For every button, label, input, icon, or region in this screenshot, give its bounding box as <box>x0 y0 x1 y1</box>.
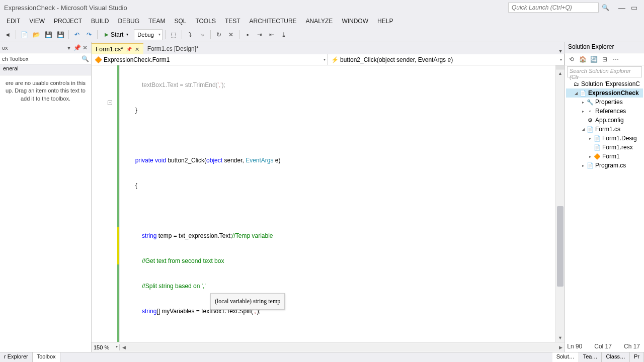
bottom-tab-server-explorer[interactable]: r Explorer <box>0 352 33 362</box>
solution-toolbar: ⟲ 🏠 🔄 ⊟ ⋯ <box>565 53 644 65</box>
solution-explorer: Solution Explorer ⟲ 🏠 🔄 ⊟ ⋯ Search Solut… <box>565 42 644 352</box>
menu-project[interactable]: PROJECT <box>49 16 87 26</box>
tb-3[interactable]: ↻ <box>213 29 224 40</box>
zoom-dropdown[interactable]: 150 % <box>92 344 120 350</box>
play-icon: ▶ <box>105 32 109 37</box>
back-button[interactable]: ◄ <box>2 29 13 40</box>
menu-test[interactable]: TEST <box>220 16 245 26</box>
status-col: Col 17 <box>594 343 612 350</box>
start-button[interactable]: ▶ Start ▾ <box>100 29 133 40</box>
step-over-button[interactable]: ⤵ <box>185 29 196 40</box>
tab-pin-icon[interactable]: 📌 <box>126 47 132 52</box>
tb-6[interactable]: ⇥ <box>254 29 265 40</box>
gutter: − <box>92 65 120 342</box>
toolbox-title: ox <box>2 45 65 51</box>
menu-debug[interactable]: DEBUG <box>113 16 144 26</box>
menu-help[interactable]: HELP <box>373 16 397 26</box>
se-more-icon[interactable]: ⋯ <box>611 55 620 64</box>
tree-node[interactable]: 📄Form1.resx <box>566 143 643 152</box>
toolbox-dd-icon[interactable]: ▾ <box>65 44 73 51</box>
refresh-icon[interactable]: 🔄 <box>589 55 598 64</box>
menu-architecture[interactable]: ARCHITECTURE <box>245 16 301 26</box>
save-button[interactable]: 💾 <box>43 29 54 40</box>
bottom-tab-toolbox[interactable]: Toolbox <box>33 352 60 362</box>
new-button[interactable]: 📄 <box>19 29 30 40</box>
tree-node[interactable]: ▸📄Program.cs <box>566 161 643 170</box>
config-dropdown[interactable]: Debug <box>134 29 162 40</box>
bottom-tab-class[interactable]: Class… <box>602 352 630 362</box>
toolbar: ◄ 📄 📂 💾 💾 ↶ ↷ ▶ Start ▾ Debug ⬚ ⤵ ⤷ ↻ ✕ … <box>0 27 644 42</box>
tree-node[interactable]: ▸🔶Form1 <box>566 152 643 161</box>
scroll-up-icon[interactable]: ▲ <box>556 69 565 77</box>
tab-form1-cs[interactable]: Form1.cs* 📌 ✕ <box>92 43 143 54</box>
scroll-left-icon[interactable]: ◀ <box>120 343 128 351</box>
minimize-button[interactable]: — <box>616 3 628 13</box>
solution-tree[interactable]: 🗂Solution 'ExpressionC◢📄ExpressionCheck▸… <box>565 78 644 352</box>
search-icon[interactable]: 🔍 <box>81 55 89 62</box>
title-bar: ExpressionCheck - Microsoft Visual Studi… <box>0 0 644 15</box>
pin-icon[interactable]: 📌 <box>73 44 81 51</box>
fold-toggle[interactable]: − <box>108 101 112 105</box>
solution-search[interactable]: Search Solution Explorer (Ctr <box>567 66 642 77</box>
save-all-button[interactable]: 💾 <box>55 29 66 40</box>
toolbox-category[interactable]: eneral <box>0 64 91 75</box>
window-title: ExpressionCheck - Microsoft Visual Studi… <box>4 4 508 12</box>
menu-edit[interactable]: EDIT <box>2 16 25 26</box>
bottom-tab-team[interactable]: Tea… <box>579 352 602 362</box>
tb-8[interactable]: ⤓ <box>278 29 289 40</box>
class-dropdown[interactable]: 🔶 ExpressionCheck.Form1 <box>92 54 328 65</box>
toolbox-panel: ox ▾ 📌 ✕ ch Toolbox 🔍 eneral ere are no … <box>0 42 92 352</box>
tree-node[interactable]: ▸📄Form1.Desig <box>566 134 643 143</box>
bottom-tab-solution[interactable]: Solut… <box>552 352 579 362</box>
tree-node[interactable]: ▸🔧Properties <box>566 98 643 107</box>
scroll-thumb[interactable] <box>557 206 564 287</box>
tree-node[interactable]: ⚙App.config <box>566 116 643 125</box>
menu-window[interactable]: WINDOW <box>337 16 373 26</box>
solution-explorer-title: Solution Explorer <box>565 42 644 53</box>
editor-tabs: Form1.cs* 📌 ✕ Form1.cs [Design]* ▾ <box>92 42 565 54</box>
menu-tools[interactable]: TOOLS <box>191 16 220 26</box>
menu-build[interactable]: BUILD <box>87 16 113 26</box>
nav-bar: 🔶 ExpressionCheck.Form1 ⚡ button2_Click(… <box>92 54 565 65</box>
lightning-icon: ⚡ <box>331 56 338 63</box>
quick-launch-input[interactable] <box>508 3 599 13</box>
search-icon[interactable]: 🔍 <box>602 4 610 11</box>
tb-1[interactable]: ⬚ <box>168 29 179 40</box>
redo-button[interactable]: ↷ <box>84 29 95 40</box>
code-editor: Form1.cs* 📌 ✕ Form1.cs [Design]* ▾ 🔶 Exp… <box>92 42 565 352</box>
menu-bar: EDIT VIEW PROJECT BUILD DEBUG TEAM SQL T… <box>0 15 644 27</box>
tb-4[interactable]: ✕ <box>225 29 236 40</box>
step-into-button[interactable]: ⤷ <box>197 29 208 40</box>
toolbox-empty-message: ere are no usable controls in this up. D… <box>0 75 91 107</box>
undo-button[interactable]: ↶ <box>71 29 83 40</box>
tabs-dropdown[interactable]: ▾ <box>556 47 565 54</box>
home-icon[interactable]: ⟲ <box>567 55 576 64</box>
tb-7[interactable]: ⇤ <box>266 29 277 40</box>
method-dropdown[interactable]: ⚡ button2_Click(object sender, EventArgs… <box>328 54 565 65</box>
menu-view[interactable]: VIEW <box>25 16 49 26</box>
close-icon[interactable]: ✕ <box>81 44 89 51</box>
menu-team[interactable]: TEAM <box>144 16 170 26</box>
horizontal-scrollbar[interactable]: ◀ ▶ <box>120 343 565 351</box>
home2-icon[interactable]: 🏠 <box>578 55 587 64</box>
maximize-button[interactable]: ▭ <box>628 3 640 13</box>
open-button[interactable]: 📂 <box>31 29 42 40</box>
menu-analyze[interactable]: ANALYZE <box>301 16 338 26</box>
tab-close-icon[interactable]: ✕ <box>135 46 139 53</box>
bottom-tab-prop[interactable]: Pr <box>630 352 644 362</box>
tree-node[interactable]: ◢📄Form1.cs <box>566 125 643 134</box>
menu-sql[interactable]: SQL <box>170 16 191 26</box>
toolbox-search[interactable]: ch Toolbox <box>2 56 81 62</box>
split-handle[interactable] <box>556 65 565 69</box>
class-icon: 🔶 <box>95 56 102 63</box>
collapse-icon[interactable]: ⊟ <box>600 55 609 64</box>
tree-node[interactable]: 🗂Solution 'ExpressionC <box>566 79 643 88</box>
tree-node[interactable]: ◢📄ExpressionCheck <box>566 88 643 98</box>
code-area[interactable]: textBox1.Text = str.TrimEnd(','); } priv… <box>120 65 555 342</box>
tb-5[interactable]: ▪ <box>242 29 253 40</box>
tab-form1-design[interactable]: Form1.cs [Design]* <box>143 43 203 54</box>
bottom-tabs: r Explorer Toolbox Solut… Tea… Class… Pr <box>0 352 644 362</box>
tree-node[interactable]: ▸▫References <box>566 107 643 116</box>
vertical-scrollbar[interactable]: ▲ ▼ <box>555 65 565 342</box>
status-line: Ln 90 <box>567 343 582 350</box>
